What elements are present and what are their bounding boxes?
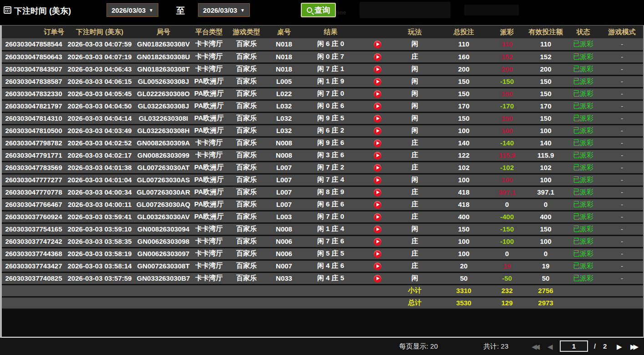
date-to-value: 2026/03/03: [203, 6, 237, 14]
platform-cell: 卡卡湾厅: [193, 51, 225, 63]
replay-cell: [361, 51, 393, 63]
bet-on-cell: 闲: [393, 272, 436, 284]
mode-cell: -: [598, 149, 644, 161]
mode-cell: -: [598, 51, 644, 63]
replay-video-icon[interactable]: [374, 213, 381, 221]
bet-record-row: 2603030377472422026-03-03 03:58:35GN0062…: [2, 235, 644, 247]
bet-on-cell: 庄: [393, 198, 436, 211]
mode-cell: -: [598, 161, 644, 174]
replay-video-icon[interactable]: [374, 90, 381, 98]
table-no-cell: L022: [268, 87, 300, 100]
prev-page-button[interactable]: ◀: [548, 343, 553, 351]
round-cell: GN0082630309A: [134, 137, 193, 149]
payout-cell: 0: [491, 198, 523, 211]
total-bet: 3530: [436, 297, 491, 309]
payout-cell: 0: [491, 247, 523, 260]
page-number-input[interactable]: [560, 340, 588, 352]
payout-cell: 397.1: [491, 186, 523, 198]
time-cell: 2026-03-03 04:04:50: [66, 100, 134, 112]
status-cell: 已派彩: [568, 272, 598, 284]
result-cell: 闲 7 庄 6: [300, 235, 361, 247]
game-cell: 百家乐: [225, 198, 268, 211]
replay-video-icon[interactable]: [374, 103, 381, 110]
order-cell: 260303037747242: [2, 235, 66, 247]
mode-cell: -: [598, 260, 644, 272]
table-no-cell: L007: [268, 198, 300, 211]
table-no-cell: N008: [268, 149, 300, 161]
time-cell: 2026-03-03 03:59:41: [66, 211, 134, 223]
pagination-bar: 每页显示: 20 共计: 23 ◀◀ ◀ / 2 ▶ ▶▶: [0, 338, 644, 355]
table-no-cell: L007: [268, 161, 300, 174]
table-no-cell: N006: [268, 235, 300, 247]
replay-video-icon[interactable]: [374, 53, 381, 61]
first-page-button[interactable]: ◀◀: [532, 343, 538, 351]
order-cell: 260303047821797: [2, 100, 66, 112]
mode-cell: -: [598, 223, 644, 235]
summary-body: 小计 3310 232 2756 总计 3530 129 2973: [2, 284, 644, 309]
order-cell: 260303047766467: [2, 198, 66, 211]
replay-video-icon[interactable]: [374, 189, 381, 196]
table-no-cell: L007: [268, 174, 300, 186]
round-cell: GL0322630308J: [134, 100, 193, 112]
replay-video-icon[interactable]: [374, 201, 381, 209]
replay-video-icon[interactable]: [374, 66, 381, 73]
ghost-text: line: [336, 9, 346, 16]
payout-cell: 152: [491, 51, 523, 63]
status-cell: 已派彩: [568, 247, 598, 260]
bet-on-cell: 闲: [393, 100, 436, 112]
result-cell: 闲 6 庄 6: [300, 198, 361, 211]
date-from-select[interactable]: 2026/03/03 ▼: [106, 3, 158, 17]
round-cell: GN0182630308V: [134, 38, 193, 51]
replay-video-icon[interactable]: [374, 262, 381, 270]
payout-cell: 19: [491, 260, 523, 272]
result-cell: 闲 0 庄 6: [300, 100, 361, 112]
table-no-cell: N018: [268, 51, 300, 63]
order-cell: 260303047814310: [2, 112, 66, 124]
replay-video-icon[interactable]: [374, 164, 381, 172]
replay-video-icon[interactable]: [374, 115, 381, 123]
result-cell: 闲 5 庄 5: [300, 247, 361, 260]
replay-video-icon[interactable]: [374, 238, 381, 246]
mode-cell: -: [598, 272, 644, 284]
payout-cell: -150: [491, 223, 523, 235]
replay-video-icon[interactable]: [374, 226, 381, 233]
time-cell: 2026-03-03 04:05:45: [66, 87, 134, 100]
mode-cell: -: [598, 124, 644, 137]
time-cell: 2026-03-03 04:06:43: [66, 63, 134, 75]
payout-cell: -170: [491, 100, 523, 112]
replay-cell: [361, 223, 393, 235]
replay-cell: [361, 247, 393, 260]
status-cell: 已派彩: [568, 75, 598, 87]
result-cell: 闲 7 庄 1: [300, 63, 361, 75]
result-cell: 闲 1 庄 9: [300, 75, 361, 87]
round-cell: GL0322630308H: [134, 124, 193, 137]
replay-video-icon[interactable]: [374, 139, 381, 147]
replay-video-icon[interactable]: [374, 152, 381, 159]
bet-on-cell: 闲: [393, 223, 436, 235]
game-cell: 百家乐: [225, 211, 268, 223]
next-page-button[interactable]: ▶: [617, 343, 622, 351]
bet-record-row: 2603030478506432026-03-03 04:07:19GN0182…: [2, 51, 644, 63]
platform-cell: 卡卡湾厅: [193, 149, 225, 161]
replay-video-icon[interactable]: [374, 176, 381, 184]
replay-video-icon[interactable]: [374, 127, 381, 135]
bet-on-cell: 庄: [393, 260, 436, 272]
replay-video-icon[interactable]: [374, 250, 381, 258]
replay-video-icon[interactable]: [374, 41, 381, 48]
mode-cell: -: [598, 38, 644, 51]
bet-on-cell: 庄: [393, 149, 436, 161]
replay-video-icon[interactable]: [374, 78, 381, 86]
chevron-down-icon: ▼: [240, 8, 245, 13]
round-cell: GN0182630308T: [134, 63, 193, 75]
last-page-button[interactable]: ▶▶: [630, 343, 636, 351]
game-cell: 百家乐: [225, 137, 268, 149]
payout-cell: 100: [491, 124, 523, 137]
game-cell: 百家乐: [225, 149, 268, 161]
total-row: 总计 3530 129 2973: [2, 297, 644, 309]
replay-video-icon[interactable]: [374, 275, 381, 283]
order-cell: 260303047770778: [2, 186, 66, 198]
valid-bet-cell: 140: [523, 137, 568, 149]
game-cell: 百家乐: [225, 63, 268, 75]
replay-cell: [361, 174, 393, 186]
date-to-select[interactable]: 2026/03/03 ▼: [198, 3, 250, 17]
